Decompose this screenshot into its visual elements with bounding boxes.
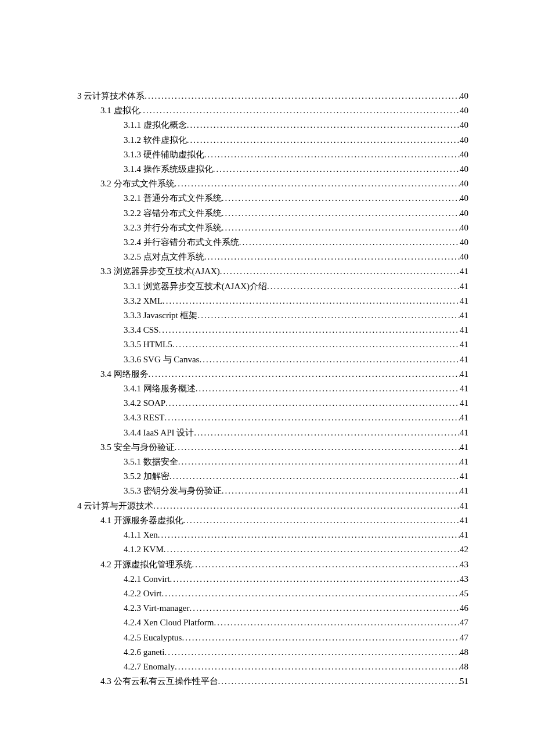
toc-entry-page: 41	[460, 469, 468, 484]
toc-entry[interactable]: 4.2.5 Eucalyptus47	[77, 631, 468, 645]
toc-entry-page: 51	[460, 674, 468, 689]
toc-entry[interactable]: 4.2.1 Convirt43	[77, 572, 468, 586]
toc-entry-page: 40	[460, 89, 468, 103]
toc-entry-page: 40	[460, 235, 468, 250]
toc-entry[interactable]: 4.3 公有云私有云互操作性平台51	[77, 674, 468, 689]
toc-entry[interactable]: 4.2.3 Virt-manager46	[77, 601, 468, 615]
toc-leader-dots	[165, 396, 460, 411]
toc-entry[interactable]: 4.1.2 KVM42	[77, 542, 468, 557]
toc-entry[interactable]: 3.3.4 CSS41	[77, 323, 468, 337]
toc-leader-dots	[175, 177, 460, 191]
toc-entry[interactable]: 3 云计算技术体系40	[77, 89, 468, 103]
toc-leader-dots	[218, 674, 460, 689]
toc-entry-page: 40	[460, 147, 468, 162]
toc-leader-dots	[220, 264, 460, 279]
toc-leader-dots	[187, 118, 460, 132]
toc-entry-page: 45	[460, 586, 468, 601]
toc-entry-title: 4 云计算与开源技术	[77, 499, 153, 513]
toc-entry-page: 47	[460, 631, 468, 645]
toc-entry[interactable]: 3.4.1 网络服务概述41	[77, 381, 468, 396]
toc-entry-title: 4.1.1 Xen	[124, 528, 158, 542]
toc-entry-title: 3.3.4 CSS	[124, 323, 158, 337]
toc-leader-dots	[145, 89, 460, 103]
toc-entry-title: 3.3.3 Javascript 框架	[124, 308, 197, 323]
toc-entry-page: 41	[460, 411, 468, 425]
toc-entry[interactable]: 3.5 安全与身份验证41	[77, 440, 468, 455]
toc-entry[interactable]: 3.1 虚拟化40	[77, 103, 468, 118]
toc-entry-title: 4.1.2 KVM	[124, 542, 164, 557]
toc-leader-dots	[197, 308, 460, 323]
toc-entry[interactable]: 3.5.1 数据安全41	[77, 455, 468, 469]
toc-entry[interactable]: 4.2.4 Xen Cloud Platform 47	[77, 615, 468, 630]
toc-entry[interactable]: 3.3.5 HTML541	[77, 337, 468, 352]
toc-entry[interactable]: 4 云计算与开源技术41	[77, 499, 468, 513]
toc-entry[interactable]: 3.3 浏览器异步交互技术(AJAX)41	[77, 264, 468, 279]
toc-entry-title: 3.3.6 SVG 与 Canvas	[124, 352, 199, 367]
toc-entry[interactable]: 4.2.7 Enomaly48	[77, 660, 468, 674]
toc-leader-dots	[178, 455, 460, 469]
toc-leader-dots	[189, 601, 460, 615]
toc-entry-title: 4.2 开源虚拟化管理系统	[100, 557, 192, 572]
toc-entry[interactable]: 3.1.3 硬件辅助虚拟化40	[77, 147, 468, 162]
toc-leader-dots	[164, 645, 460, 660]
toc-entry[interactable]: 3.4.3 REST41	[77, 411, 468, 425]
toc-leader-dots	[161, 586, 460, 601]
toc-leader-dots	[222, 206, 460, 221]
toc-entry[interactable]: 4.1 开源服务器虚拟化41	[77, 513, 468, 528]
toc-entry[interactable]: 3.4 网络服务41	[77, 367, 468, 381]
toc-entry[interactable]: 3.1.4 操作系统级虚拟化40	[77, 162, 468, 177]
toc-leader-dots	[172, 337, 460, 352]
toc-entry-page: 46	[460, 601, 468, 615]
toc-entry[interactable]: 4.2 开源虚拟化管理系统43	[77, 557, 468, 572]
toc-entry-title: 3.3.5 HTML5	[124, 337, 172, 352]
toc-entry-title: 3.4.1 网络服务概述	[124, 381, 196, 396]
toc-entry-page: 47	[460, 615, 468, 630]
toc-entry[interactable]: 3.2.4 并行容错分布式文件系统40	[77, 235, 468, 250]
toc-entry-title: 3.1.2 软件虚拟化	[124, 133, 187, 147]
toc-entry[interactable]: 3.2 分布式文件系统40	[77, 177, 468, 191]
toc-leader-dots	[204, 250, 460, 264]
table-of-contents: 3 云计算技术体系403.1 虚拟化403.1.1 虚拟化概念403.1.2 软…	[77, 89, 468, 689]
toc-entry[interactable]: 3.3.2 XML41	[77, 294, 468, 308]
toc-entry[interactable]: 3.1.1 虚拟化概念40	[77, 118, 468, 132]
toc-leader-dots	[149, 367, 460, 381]
toc-entry[interactable]: 3.5.2 加解密41	[77, 469, 468, 484]
toc-leader-dots	[175, 660, 460, 674]
toc-entry[interactable]: 3.5.3 密钥分发与身份验证41	[77, 484, 468, 498]
toc-leader-dots	[175, 440, 460, 455]
toc-entry[interactable]: 3.2.1 普通分布式文件系统40	[77, 191, 468, 206]
toc-entry-page: 41	[460, 367, 468, 381]
toc-leader-dots	[267, 279, 460, 294]
toc-leader-dots	[187, 133, 460, 147]
toc-entry[interactable]: 4.1.1 Xen41	[77, 528, 468, 542]
toc-entry[interactable]: 3.2.5 点对点文件系统40	[77, 250, 468, 264]
page: 3 云计算技术体系403.1 虚拟化403.1.1 虚拟化概念403.1.2 软…	[0, 0, 534, 756]
toc-entry[interactable]: 3.1.2 软件虚拟化40	[77, 133, 468, 147]
toc-entry[interactable]: 3.4.2 SOAP41	[77, 396, 468, 411]
toc-leader-dots	[196, 381, 460, 396]
toc-entry-title: 3.1.3 硬件辅助虚拟化	[124, 147, 204, 162]
toc-entry[interactable]: 3.3.6 SVG 与 Canvas41	[77, 352, 468, 367]
toc-leader-dots	[183, 513, 460, 528]
toc-entry-title: 3.2.2 容错分布式文件系统	[124, 206, 222, 221]
toc-entry[interactable]: 3.3.3 Javascript 框架41	[77, 308, 468, 323]
toc-leader-dots	[222, 221, 460, 235]
toc-entry-page: 42	[460, 542, 468, 557]
toc-entry[interactable]: 3.2.2 容错分布式文件系统40	[77, 206, 468, 221]
toc-entry[interactable]: 3.3.1 浏览器异步交互技术(AJAX)介绍41	[77, 279, 468, 294]
toc-entry-title: 4.2.7 Enomaly	[124, 660, 175, 674]
toc-entry-page: 41	[460, 455, 468, 469]
toc-leader-dots	[153, 499, 460, 513]
toc-entry[interactable]: 4.2.6 ganeti48	[77, 645, 468, 660]
toc-leader-dots	[222, 191, 460, 206]
toc-leader-dots	[158, 528, 460, 542]
toc-leader-dots	[222, 484, 460, 498]
toc-entry-title: 4.2.5 Eucalyptus	[124, 631, 182, 645]
toc-entry-title: 3.2.3 并行分布式文件系统	[124, 221, 222, 235]
toc-entry-page: 41	[460, 440, 468, 455]
toc-entry[interactable]: 3.2.3 并行分布式文件系统40	[77, 221, 468, 235]
toc-leader-dots	[192, 557, 460, 572]
toc-entry[interactable]: 4.2.2 Ovirt45	[77, 586, 468, 601]
toc-entry-title: 3.4.4 IaaS API 设计	[124, 426, 194, 440]
toc-entry[interactable]: 3.4.4 IaaS API 设计41	[77, 426, 468, 440]
